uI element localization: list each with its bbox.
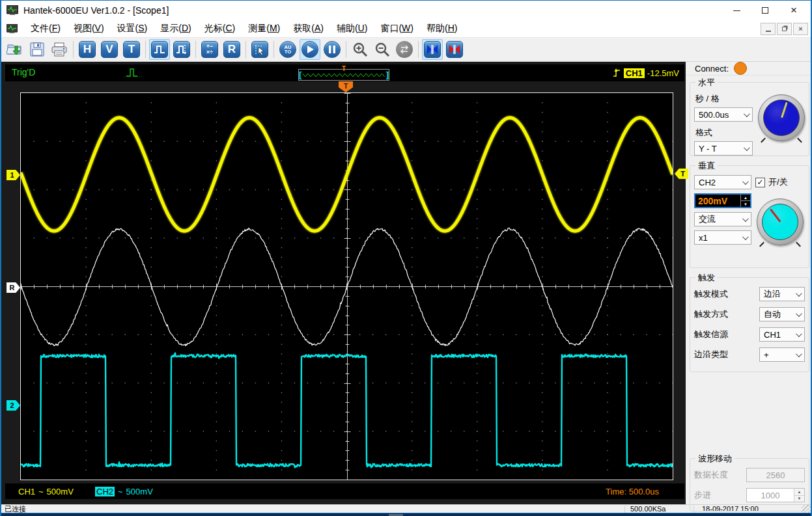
- menu-w[interactable]: 窗口(W): [374, 21, 420, 36]
- save-button[interactable]: [27, 39, 48, 60]
- menu-d[interactable]: 显示(D): [154, 21, 197, 36]
- zoom-in-icon: [352, 41, 369, 58]
- spin-up-icon[interactable]: ▲: [741, 195, 750, 201]
- toolbar-separator: [195, 41, 196, 58]
- trigger-mode-select[interactable]: 边沿: [759, 287, 805, 301]
- connect-status-indicator[interactable]: [734, 62, 747, 75]
- sample-rate: 500.00KSa: [625, 505, 693, 513]
- ch2-scale-value: 500mV: [126, 487, 153, 496]
- cursor-icon: [251, 41, 268, 58]
- preview-trigger-marker[interactable]: T: [342, 65, 346, 72]
- play-icon: [301, 41, 318, 58]
- math-button[interactable]: +−×÷: [199, 39, 220, 60]
- reference-button[interactable]: R: [221, 39, 242, 60]
- preview-right-bracket[interactable]: ]: [386, 72, 389, 78]
- menu-items: 文件(F)视图(V)设置(S)显示(D)光标(C)测量(M)获取(A)辅助(U)…: [24, 21, 464, 36]
- onoff-checkbox[interactable]: ✓: [755, 178, 765, 187]
- trigger-source-badge: CH1: [624, 68, 645, 78]
- chevron-down-icon: [796, 310, 802, 317]
- print-button[interactable]: [49, 39, 70, 60]
- ch2-scale-label[interactable]: CH2~500mV: [91, 485, 157, 498]
- trigger-source-select[interactable]: CH1: [759, 327, 805, 342]
- toolbar-separator: [73, 41, 74, 58]
- channel-value: CH2: [699, 178, 716, 187]
- menu-s[interactable]: 设置(S): [111, 21, 154, 36]
- toolbar-separator: [245, 41, 246, 58]
- menu-u[interactable]: 辅助(U): [330, 21, 374, 36]
- spin-up-icon[interactable]: ▲: [794, 489, 804, 496]
- print-icon: [51, 42, 68, 57]
- collect-blue-button[interactable]: [422, 39, 443, 60]
- edge-type-select[interactable]: +: [759, 347, 805, 362]
- pause-button[interactable]: [322, 39, 343, 60]
- menu-v[interactable]: 视图(V): [67, 21, 111, 36]
- sec-div-label: 秒 / 格: [695, 93, 753, 105]
- minimize-button[interactable]: [722, 1, 751, 20]
- ch1-scale-label[interactable]: CH1~500mV: [14, 485, 77, 498]
- collect-red-button[interactable]: [444, 39, 465, 60]
- vertical-group-title: 垂直: [695, 160, 718, 172]
- window-title: Hantek-6000EU Ver1.0.2 - [Scope1]: [23, 5, 722, 16]
- open-button[interactable]: [5, 39, 25, 60]
- trigger-source-value: CH1: [764, 330, 781, 340]
- horizontal-button[interactable]: H: [77, 39, 98, 60]
- app-icon: [7, 5, 18, 16]
- channel-select[interactable]: CH2: [694, 175, 751, 189]
- horizontal-group-title: 水平: [695, 77, 718, 88]
- waveform-display[interactable]: [21, 93, 673, 480]
- spin-down-icon[interactable]: ▼: [741, 201, 750, 207]
- trigger-position-marker[interactable]: T: [339, 81, 353, 92]
- pause-icon: [324, 41, 341, 58]
- volts-div-value: 200mV: [695, 195, 740, 207]
- chevron-down-icon: [744, 111, 750, 117]
- menu-m[interactable]: 测量(M): [242, 21, 287, 36]
- pulse-dash-icon: [173, 41, 190, 58]
- trigger-sweep-select[interactable]: 自动: [759, 307, 805, 321]
- run-button[interactable]: [300, 39, 320, 60]
- toolbar-separator: [145, 41, 146, 58]
- channel-onoff[interactable]: ✓ 开/关: [755, 176, 788, 188]
- volts-div-spinner[interactable]: 200mV ▲▼: [694, 193, 751, 208]
- mdi-restore-button[interactable]: [777, 23, 792, 35]
- swap-button[interactable]: [394, 39, 415, 60]
- vertical-knob[interactable]: [757, 198, 804, 245]
- format-select[interactable]: Y - T: [694, 141, 753, 156]
- trigger-level-value: -12.5mV: [647, 68, 679, 78]
- ref-position-marker[interactable]: R: [7, 282, 20, 293]
- mdi-close-button[interactable]: ×: [793, 23, 808, 35]
- vertical-button[interactable]: V: [99, 39, 120, 60]
- probe-select[interactable]: x1: [694, 230, 751, 245]
- document-icon: [7, 24, 18, 34]
- chevron-down-icon: [742, 234, 749, 240]
- cursor-measure-button[interactable]: [249, 39, 270, 60]
- menu-a[interactable]: 获取(A): [287, 21, 330, 36]
- toolbar-separator: [346, 41, 346, 58]
- bottom-status-strip: CH1~500mV CH2~500mV Time: 500.0us: [5, 483, 684, 499]
- ch1-position-marker[interactable]: 1: [7, 170, 20, 180]
- sec-div-select[interactable]: 500.0us: [694, 107, 753, 122]
- connect-label: Connect:: [695, 64, 729, 74]
- maximize-button[interactable]: [751, 1, 779, 20]
- zoom-in-button[interactable]: [350, 39, 371, 60]
- autoset-button[interactable]: AUTO: [277, 39, 298, 60]
- pulse-icon: [151, 41, 168, 58]
- acquisition-preview[interactable]: T [ ]: [298, 69, 389, 81]
- horizontal-knob[interactable]: [758, 94, 805, 141]
- trigger-mode-label: 触发模式: [694, 288, 728, 300]
- edge-type-value: +: [764, 350, 769, 360]
- trigger-button[interactable]: T: [121, 39, 142, 60]
- mdi-minimize-button[interactable]: [761, 23, 776, 35]
- pulse-measure-button[interactable]: [171, 39, 192, 60]
- zoom-out-button[interactable]: [372, 39, 393, 60]
- coupling-select[interactable]: 交流: [694, 212, 751, 226]
- close-button[interactable]: ×: [779, 1, 808, 20]
- connect-row: Connect:: [686, 62, 811, 75]
- ch2-position-marker[interactable]: 2: [7, 400, 20, 411]
- step-spinner[interactable]: 1000 ▲▼: [746, 488, 805, 502]
- chevron-down-icon: [742, 178, 749, 185]
- menu-h[interactable]: 帮助(H): [420, 21, 464, 36]
- menu-f[interactable]: 文件(F): [24, 21, 67, 36]
- spin-down-icon[interactable]: ▼: [794, 496, 804, 502]
- menu-c[interactable]: 光标(C): [198, 21, 242, 36]
- pulse-normal-button[interactable]: [149, 39, 170, 60]
